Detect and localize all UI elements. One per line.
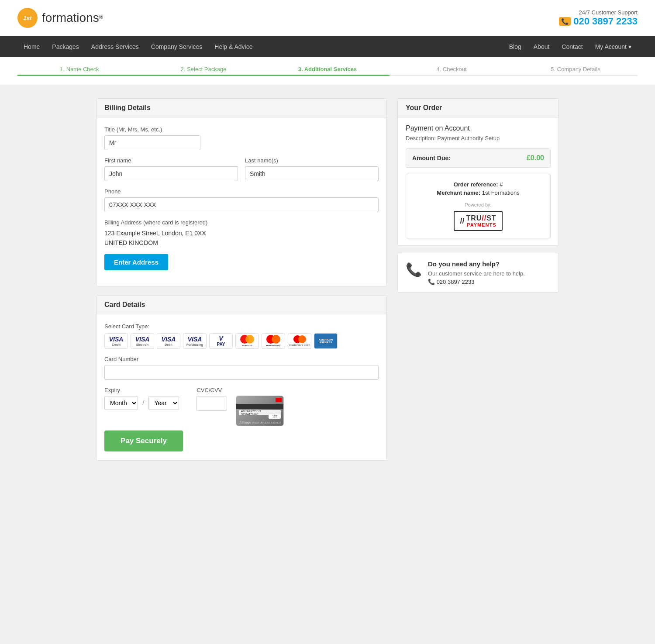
card-number-label: Card Number xyxy=(104,356,379,362)
card-icon-mastercard[interactable]: mastercard xyxy=(262,333,285,349)
expiry-separator: / xyxy=(142,399,144,407)
phone-icon: 📞 xyxy=(559,17,571,26)
support-phone-number: 020 3897 2233 xyxy=(573,16,638,27)
address-group: Billing Address (where card is registere… xyxy=(104,219,379,270)
progress-step-2: 2. Select Package xyxy=(141,66,265,76)
card-icon-mc-debit[interactable]: mastercard debit xyxy=(288,333,311,349)
support-label: 24/7 Customer Support xyxy=(559,9,638,16)
nav-address-services[interactable]: Address Services xyxy=(85,36,145,57)
telephone-icon: 📞 xyxy=(406,262,422,277)
billing-body: Title (Mr, Mrs, Ms, etc.) First name Las… xyxy=(97,117,386,286)
vpay-pay: PAY xyxy=(217,342,225,347)
cvc-group: CVC/CVV AUTHORISED SIGNATURE xyxy=(196,387,284,426)
pay-securely-button[interactable]: Pay Securely xyxy=(104,430,183,451)
lastname-input[interactable] xyxy=(245,166,379,181)
nav-contact[interactable]: Contact xyxy=(555,36,589,57)
progress-line-2 xyxy=(141,75,265,76)
enter-address-button[interactable]: Enter Address xyxy=(104,254,168,270)
month-select[interactable]: Month 01 02 03 04 05 06 07 08 09 10 xyxy=(104,396,138,410)
card-icon-visa-purchasing[interactable]: VISA Purchasing xyxy=(183,333,207,349)
order-ref-value: # xyxy=(500,181,503,188)
help-phone-number: 020 3897 2233 xyxy=(437,279,475,285)
visa-electron-text: VISA xyxy=(135,336,150,343)
expiry-label: Expiry xyxy=(104,387,179,393)
lastname-label: Last name(s) xyxy=(245,157,379,164)
expiry-group: Expiry Month 01 02 03 04 05 06 07 xyxy=(104,387,179,417)
vpay-v: V xyxy=(219,335,223,342)
progress-step-3: 3. Additional Services xyxy=(265,66,390,76)
card-icon-visa-debit[interactable]: VISA Debit xyxy=(157,333,180,349)
billing-card: Billing Details Title (Mr, Mrs, Ms, etc.… xyxy=(96,98,387,286)
trust-slash1: // xyxy=(460,217,464,226)
order-heading: Your Order xyxy=(398,99,558,117)
progress-step-1: 1. Name Check xyxy=(17,66,141,76)
nav-right: Blog About Contact My Account ▾ xyxy=(503,36,638,57)
header: 1st formations® 24/7 Customer Support 📞 … xyxy=(0,0,655,36)
card-icon-vpay[interactable]: V PAY xyxy=(209,333,233,349)
cvc-label: CVC/CVV xyxy=(196,387,227,393)
progress-line-3 xyxy=(265,75,390,76)
progress-step-5: 5. Company Details xyxy=(514,66,638,76)
right-panel: Your Order Payment on Account Descriptio… xyxy=(397,98,559,469)
firstname-label: First name xyxy=(104,157,238,164)
lastname-group: Last name(s) xyxy=(245,157,379,181)
mc-debit-circles xyxy=(293,335,306,343)
order-description: Description: Payment Authority Setup xyxy=(406,135,551,141)
visa-purchasing-text: VISA xyxy=(188,336,202,343)
card-red-bar xyxy=(276,398,282,402)
phone-input[interactable] xyxy=(104,197,379,212)
amount-value: £0.00 xyxy=(527,154,544,162)
support-phone: 📞 020 3897 2233 xyxy=(559,16,638,27)
nav-my-account[interactable]: My Account ▾ xyxy=(589,36,638,57)
card-icon-visa-electron[interactable]: VISA Electron xyxy=(131,333,154,349)
logo-badge: 1st xyxy=(17,8,38,28)
nav-help-advice[interactable]: Help & Advice xyxy=(208,36,259,57)
nav-company-services[interactable]: Company Services xyxy=(145,36,209,57)
main-content: Billing Details Title (Mr, Mrs, Ms, etc.… xyxy=(87,85,568,482)
nav-my-account-label: My Account xyxy=(595,43,627,50)
card-magnetic-stripe xyxy=(236,404,283,409)
order-body: Payment on Account Description: Payment … xyxy=(398,117,558,245)
brand-name: formations xyxy=(42,11,99,24)
logo-area: 1st formations® xyxy=(17,8,103,28)
progress-line-5 xyxy=(514,75,638,76)
title-group: Title (Mr, Mrs, Ms, etc.) xyxy=(104,126,379,150)
help-content: Do you need any help? Our customer servi… xyxy=(428,260,525,285)
expiry-cvc-row: Expiry Month 01 02 03 04 05 06 07 xyxy=(104,387,379,426)
visa-electron-label: Electron xyxy=(136,343,148,346)
help-card: 📞 Do you need any help? Our customer ser… xyxy=(397,253,559,293)
nav: Home Packages Address Services Company S… xyxy=(0,36,655,57)
progress-line-1 xyxy=(17,75,141,76)
nav-blog[interactable]: Blog xyxy=(503,36,527,57)
year-select[interactable]: Year 2024 2025 2026 2027 2028 2029 2030 xyxy=(148,396,179,410)
visa-debit-text: VISA xyxy=(162,336,176,343)
maestro-circles xyxy=(240,335,254,344)
logo-text: formations® xyxy=(42,11,103,25)
card-details-card: Card Details Select Card Type: VISA Cred… xyxy=(96,295,387,461)
nav-packages[interactable]: Packages xyxy=(46,36,85,57)
title-input[interactable] xyxy=(104,135,200,150)
trust-payments-box: // TRU//ST PAYMENTS xyxy=(454,211,502,231)
card-icon-amex[interactable]: AMERICAN EXPRESS xyxy=(314,333,338,349)
firstname-group: First name xyxy=(104,157,238,181)
title-label: Title (Mr, Mrs, Ms, etc.) xyxy=(104,126,379,133)
card-icon-visa-credit[interactable]: VISA Credit xyxy=(104,333,128,349)
order-ref: Order reference: # xyxy=(413,181,543,188)
cvc-input[interactable] xyxy=(196,396,227,411)
address-text: 123 Example Street, London, E1 0XX UNITE… xyxy=(104,228,379,248)
nav-about[interactable]: About xyxy=(527,36,556,57)
trust-slash2: // xyxy=(482,214,486,222)
card-number-input[interactable] xyxy=(104,365,379,380)
help-heading: Do you need any help? xyxy=(428,260,525,268)
firstname-input[interactable] xyxy=(104,166,238,181)
card-icons: VISA Credit VISA Electron VISA Debit xyxy=(104,333,379,349)
nav-left: Home Packages Address Services Company S… xyxy=(17,36,259,57)
card-details-body: Select Card Type: VISA Credit VISA Elect… xyxy=(97,314,386,460)
visa-purchasing-label: Purchasing xyxy=(186,343,203,346)
nav-home[interactable]: Home xyxy=(17,36,46,57)
order-ref-label: Order reference: xyxy=(454,181,498,188)
step-5-label: 5. Company Details xyxy=(551,66,600,72)
amount-row: Amount Due: £0.00 xyxy=(406,148,551,168)
address-line2: UNITED KINGDOM xyxy=(104,238,379,248)
card-icon-maestro[interactable]: maestro xyxy=(235,333,259,349)
